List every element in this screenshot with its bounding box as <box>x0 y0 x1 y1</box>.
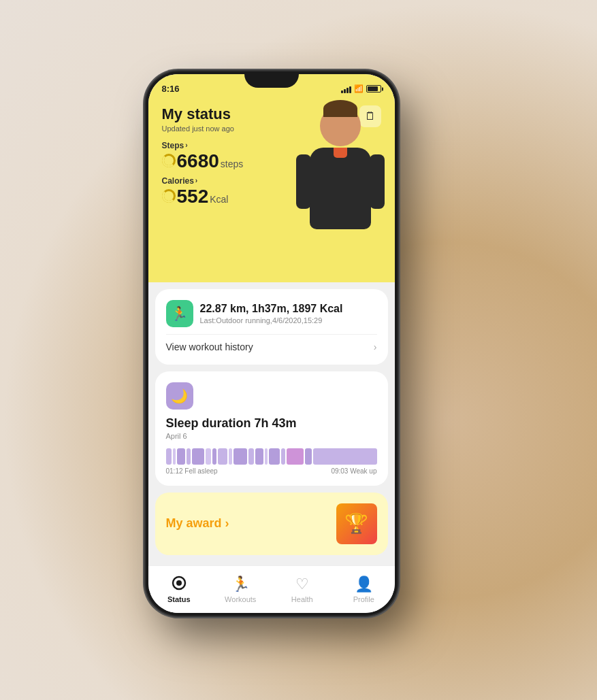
avatar-area <box>279 99 395 276</box>
award-badge-icon: 🏆 <box>336 503 377 544</box>
phone-notch <box>244 71 299 88</box>
sleep-seg-10 <box>233 448 247 465</box>
sleep-moon-icon: 🌙 <box>166 382 193 410</box>
award-title: My award › <box>166 516 229 530</box>
phone-shell: 8:16 📶 My status Updated just now <box>146 71 398 616</box>
calories-unit: Kcal <box>210 194 228 205</box>
sleep-seg-5 <box>192 448 204 465</box>
signal-bar-4 <box>349 86 351 93</box>
bottom-nav: Status 🏃 Workouts ♡ Health 👤 Profile <box>148 565 395 613</box>
avatar-head <box>320 105 361 146</box>
nav-label-status: Status <box>167 595 191 603</box>
award-text-area: My award › <box>166 516 229 531</box>
avatar-arms <box>310 154 371 209</box>
sleep-labels: 01:12 Fell asleep 09:03 Weak up <box>166 467 377 475</box>
signal-bar-3 <box>346 88 349 93</box>
sleep-seg-2 <box>173 448 176 465</box>
status-icons: 📶 <box>341 84 381 93</box>
avatar-arm-left <box>296 154 311 209</box>
avatar-figure <box>293 105 388 269</box>
signal-bar-2 <box>344 89 346 93</box>
workout-stats: 22.87 km, 1h37m, 1897 Kcal <box>200 303 343 315</box>
workout-info: 22.87 km, 1h37m, 1897 Kcal Last:Outdoor … <box>200 303 343 324</box>
sleep-seg-11 <box>248 448 254 465</box>
steps-circle-icon <box>162 154 176 167</box>
award-section[interactable]: My award › 🏆 <box>155 493 388 555</box>
status-time: 8:16 <box>162 84 180 94</box>
signal-bar-1 <box>341 90 343 93</box>
workout-history-row[interactable]: View workout history › <box>166 334 377 354</box>
sleep-seg-18 <box>313 448 377 465</box>
steps-unit: steps <box>221 159 243 169</box>
hero-subtitle: Updated just now ago <box>162 124 234 133</box>
calories-number: 552 <box>177 186 209 207</box>
phone-screen: 8:16 📶 My status Updated just now <box>148 74 395 613</box>
battery-icon <box>366 85 381 93</box>
calories-chevron-icon: › <box>195 177 197 184</box>
steps-number: 6680 <box>177 150 219 172</box>
award-chevron-icon: › <box>225 516 229 530</box>
avatar-hair <box>323 100 357 117</box>
signal-bars-icon <box>341 85 351 93</box>
hero-title: My status <box>162 105 234 123</box>
workout-card: 🏃 22.87 km, 1h37m, 1897 Kcal Last:Outdoo… <box>155 289 388 365</box>
nav-dot-status <box>172 576 187 593</box>
sleep-duration: Sleep duration 7h 43m <box>166 416 377 431</box>
workout-running-icon: 🏃 <box>166 300 193 327</box>
profile-nav-icon: 👤 <box>355 576 373 593</box>
calories-circle-icon <box>162 189 176 203</box>
svg-point-1 <box>176 580 182 586</box>
sleep-seg-4 <box>187 448 191 465</box>
workout-history-label: View workout history <box>166 341 253 352</box>
sleep-seg-13 <box>265 448 268 465</box>
nav-item-health[interactable]: ♡ Health <box>272 571 334 607</box>
steps-chevron-icon: › <box>185 141 187 149</box>
nav-item-workouts[interactable]: 🏃 Workouts <box>210 571 272 607</box>
nav-label-health: Health <box>291 595 313 603</box>
battery-fill <box>368 86 378 91</box>
sleep-seg-8 <box>218 448 227 465</box>
nav-label-workouts: Workouts <box>225 595 256 603</box>
sleep-seg-7 <box>212 448 216 465</box>
workouts-nav-icon: 🏃 <box>231 576 250 593</box>
workout-history-chevron-icon: › <box>374 341 377 352</box>
sleep-card: 🌙 Sleep duration 7h 43m April 6 <box>155 371 388 486</box>
workout-card-header: 🏃 22.87 km, 1h37m, 1897 Kcal Last:Outdoo… <box>166 300 377 327</box>
sleep-start-label: 01:12 Fell asleep <box>166 467 218 475</box>
status-nav-icon <box>172 576 187 590</box>
health-nav-icon: ♡ <box>295 576 309 593</box>
sleep-end-label: 09:03 Weak up <box>331 467 376 475</box>
sleep-seg-6 <box>206 448 211 465</box>
sleep-seg-16 <box>287 448 304 465</box>
sleep-seg-15 <box>281 448 285 465</box>
avatar-body <box>310 148 371 229</box>
avatar-arm-right <box>370 154 385 209</box>
sleep-seg-1 <box>166 448 172 465</box>
sleep-seg-9 <box>229 448 232 465</box>
scroll-content[interactable]: 🏃 22.87 km, 1h37m, 1897 Kcal Last:Outdoo… <box>148 282 395 565</box>
nav-item-profile[interactable]: 👤 Profile <box>333 571 395 607</box>
sleep-seg-17 <box>305 448 312 465</box>
sleep-seg-14 <box>269 448 280 465</box>
nav-item-status[interactable]: Status <box>148 571 210 607</box>
sleep-date: April 6 <box>166 432 377 440</box>
sleep-timeline <box>166 448 377 465</box>
sleep-seg-12 <box>255 448 263 465</box>
wifi-icon: 📶 <box>354 84 364 93</box>
sleep-seg-3 <box>177 448 185 465</box>
nav-label-profile: Profile <box>353 595 374 603</box>
hero-section: My status Updated just now ago 🗒 Steps ›… <box>148 99 395 282</box>
hero-text: My status Updated just now ago <box>162 105 234 133</box>
workout-last: Last:Outdoor running,4/6/2020,15:29 <box>200 316 343 324</box>
